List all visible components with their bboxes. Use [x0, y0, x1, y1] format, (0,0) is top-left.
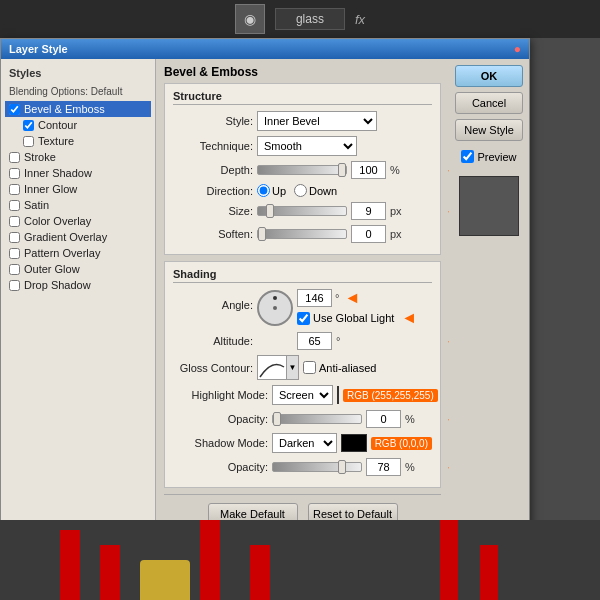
structure-section: Structure Style: Inner Bevel Technique: … — [164, 83, 441, 255]
anti-aliased-checkbox[interactable] — [303, 361, 316, 374]
contour-checkbox[interactable] — [23, 120, 34, 131]
preview-box — [459, 176, 519, 236]
sidebar-item-pattern-overlay[interactable]: Pattern Overlay — [5, 245, 151, 261]
angle-label: Angle: — [173, 299, 253, 311]
new-style-button[interactable]: New Style — [455, 119, 523, 141]
bevel-checkbox[interactable] — [9, 104, 20, 115]
shadow-opacity-slider[interactable] — [272, 462, 362, 472]
style-select[interactable]: Inner Bevel — [257, 111, 377, 131]
dialog-title-bar: Layer Style ● — [1, 39, 529, 59]
contour-picker[interactable]: ▼ — [257, 355, 299, 380]
depth-unit: % — [390, 164, 400, 176]
shadow-mode-label: Shadow Mode: — [173, 437, 268, 449]
size-thumb[interactable] — [266, 204, 274, 218]
sidebar-item-gradient-overlay[interactable]: Gradient Overlay — [5, 229, 151, 245]
altitude-unit: ° — [336, 335, 340, 347]
angle-dial[interactable] — [257, 290, 293, 326]
drop-shadow-checkbox[interactable] — [9, 280, 20, 291]
altitude-arrow: ◄ — [444, 331, 449, 352]
sidebar-item-contour[interactable]: Contour — [5, 117, 151, 133]
soften-input[interactable] — [351, 225, 386, 243]
sidebar-item-inner-shadow[interactable]: Inner Shadow — [5, 165, 151, 181]
angle-input[interactable] — [297, 289, 332, 307]
close-button[interactable]: ● — [514, 42, 521, 56]
sidebar-item-stroke[interactable]: Stroke — [5, 149, 151, 165]
highlight-opacity-input[interactable] — [366, 410, 401, 428]
size-input[interactable] — [351, 202, 386, 220]
contour-preview[interactable] — [257, 355, 287, 380]
inner-glow-checkbox[interactable] — [9, 184, 20, 195]
button-column: OK Cancel New Style Preview — [449, 59, 529, 579]
anti-aliased-option[interactable]: Anti-aliased — [303, 361, 376, 374]
outer-glow-label: Outer Glow — [24, 263, 80, 275]
color-overlay-checkbox[interactable] — [9, 216, 20, 227]
sidebar-item-inner-glow[interactable]: Inner Glow — [5, 181, 151, 197]
ok-button[interactable]: OK — [455, 65, 523, 87]
contour-label: Contour — [38, 119, 77, 131]
technique-row: Technique: Smooth — [173, 136, 432, 156]
gradient-overlay-checkbox[interactable] — [9, 232, 20, 243]
depth-thumb[interactable] — [338, 163, 346, 177]
preview-checkbox[interactable] — [461, 150, 474, 163]
direction-up-radio[interactable] — [257, 184, 270, 197]
bevel-label: Bevel & Emboss — [24, 103, 105, 115]
contour-dropdown-arrow[interactable]: ▼ — [287, 355, 299, 380]
main-panel: Bevel & Emboss Structure Style: Inner Be… — [156, 59, 449, 579]
global-light-option[interactable]: Use Global Light ◄ — [297, 309, 417, 327]
altitude-input[interactable] — [297, 332, 332, 350]
sidebar-item-drop-shadow[interactable]: Drop Shadow — [5, 277, 151, 293]
inner-shadow-checkbox[interactable] — [9, 168, 20, 179]
style-row: Style: Inner Bevel — [173, 111, 432, 131]
satin-checkbox[interactable] — [9, 200, 20, 211]
direction-down-label: Down — [309, 185, 337, 197]
shadow-opacity-input[interactable] — [366, 458, 401, 476]
satin-label: Satin — [24, 199, 49, 211]
highlight-mode-select[interactable]: Screen — [272, 385, 333, 405]
layer-icon-symbol: ◉ — [244, 11, 256, 27]
outer-glow-checkbox[interactable] — [9, 264, 20, 275]
dialog-body: Styles Blending Options: Default Bevel &… — [1, 59, 529, 579]
red-pole-mid-right — [250, 545, 270, 600]
blending-options-label: Blending Options: Default — [5, 85, 151, 98]
shadow-color-swatch[interactable] — [341, 434, 366, 452]
size-label: Size: — [173, 205, 253, 217]
sidebar-item-color-overlay[interactable]: Color Overlay — [5, 213, 151, 229]
sidebar-item-texture[interactable]: Texture — [5, 133, 151, 149]
cancel-button[interactable]: Cancel — [455, 92, 523, 114]
global-light-checkbox[interactable] — [297, 312, 310, 325]
technique-select[interactable]: Smooth — [257, 136, 357, 156]
pattern-overlay-checkbox[interactable] — [9, 248, 20, 259]
soften-thumb[interactable] — [258, 227, 266, 241]
left-panel: Styles Blending Options: Default Bevel &… — [1, 59, 156, 579]
direction-down-option[interactable]: Down — [294, 184, 337, 197]
highlight-opacity-arrow: ◄ — [444, 409, 449, 430]
soften-slider[interactable] — [257, 229, 347, 239]
size-slider[interactable] — [257, 206, 347, 216]
soften-row: Soften: px — [173, 225, 432, 243]
highlight-opacity-thumb[interactable] — [273, 412, 281, 426]
depth-row: Depth: % ◄ — [173, 161, 432, 179]
sidebar-item-bevel[interactable]: Bevel & Emboss — [5, 101, 151, 117]
sidebar-item-satin[interactable]: Satin — [5, 197, 151, 213]
highlight-color-swatch[interactable] — [337, 386, 339, 404]
highlight-opacity-slider[interactable] — [272, 414, 362, 424]
shadow-mode-select[interactable]: Darken — [272, 433, 337, 453]
preview-label: Preview — [477, 151, 516, 163]
direction-down-radio[interactable] — [294, 184, 307, 197]
depth-input[interactable] — [351, 161, 386, 179]
layer-name: glass — [275, 8, 345, 30]
size-unit: px — [390, 205, 402, 217]
pattern-overlay-label: Pattern Overlay — [24, 247, 100, 259]
stroke-checkbox[interactable] — [9, 152, 20, 163]
preview-checkbox-group[interactable]: Preview — [461, 150, 516, 163]
direction-up-option[interactable]: Up — [257, 184, 286, 197]
depth-slider[interactable] — [257, 165, 347, 175]
texture-checkbox[interactable] — [23, 136, 34, 147]
shadow-mode-row: Shadow Mode: Darken RGB (0,0,0) — [173, 433, 432, 453]
stroke-label: Stroke — [24, 151, 56, 163]
sidebar-item-outer-glow[interactable]: Outer Glow — [5, 261, 151, 277]
shadow-opacity-thumb[interactable] — [338, 460, 346, 474]
size-arrow: ◄ — [444, 201, 449, 222]
soften-label: Soften: — [173, 228, 253, 240]
section-title: Bevel & Emboss — [164, 65, 441, 79]
